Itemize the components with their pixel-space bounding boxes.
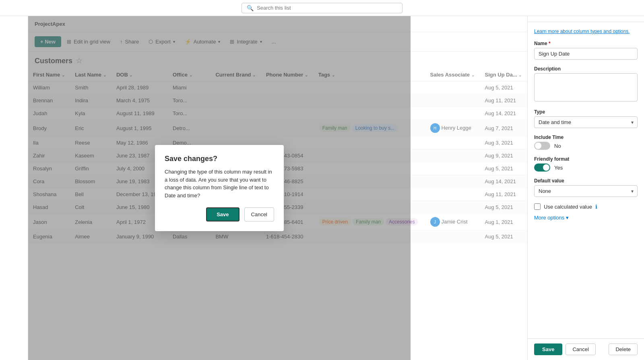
- friendly-format-toggle-row: Yes: [534, 163, 638, 172]
- friendly-format-label: Friendly format: [534, 156, 638, 162]
- cell-7: [425, 81, 480, 94]
- cell-7: [425, 107, 480, 120]
- include-time-knob: [535, 143, 541, 149]
- description-label: Description: [534, 66, 638, 72]
- include-time-label: Include Time: [534, 134, 638, 140]
- cell-7: [425, 137, 480, 149]
- name-label: Name *: [534, 41, 638, 46]
- cell-8: Aug 11, 2021: [480, 94, 527, 107]
- cell-7: [425, 94, 480, 107]
- cell-7: [425, 188, 480, 201]
- friendly-format-group: Friendly format Yes: [534, 156, 638, 172]
- modal-cancel-button[interactable]: Cancel: [244, 207, 274, 221]
- main-content: ProjectApex + New ⊞ Edit in grid view ↑ …: [28, 16, 527, 360]
- cell-8: Aug 5, 2021: [480, 162, 527, 175]
- cell-7: [425, 175, 480, 188]
- cell-8: Aug 14, 2021: [480, 175, 527, 188]
- save-changes-modal: Save changes? Changing the type of this …: [155, 145, 284, 231]
- friendly-format-value: Yes: [554, 165, 563, 171]
- cell-8: Aug 11, 2021: [480, 188, 527, 201]
- type-select[interactable]: Date and time Single line of text Number…: [534, 116, 638, 128]
- search-input[interactable]: [257, 5, 397, 11]
- cell-8: Aug 1, 2021: [480, 214, 527, 230]
- use-calculated-label: Use calculated value: [544, 204, 592, 210]
- right-panel: Edit column ✕ Learn more about column ty…: [527, 0, 644, 360]
- avatar: J: [430, 217, 440, 227]
- modal-save-button[interactable]: Save: [206, 207, 239, 221]
- sidebar: [0, 16, 28, 360]
- friendly-format-toggle[interactable]: [534, 163, 550, 172]
- cell-7: [425, 162, 480, 175]
- modal-title: Save changes?: [165, 155, 274, 163]
- cell-7: [425, 201, 480, 214]
- include-time-value: No: [554, 143, 561, 149]
- cell-8: Aug 5, 2021: [480, 201, 527, 214]
- panel-delete-button[interactable]: Delete: [609, 343, 638, 355]
- friendly-format-knob: [543, 164, 549, 171]
- cell-8: Aug 9, 2021: [480, 149, 527, 162]
- more-options-caret: ▾: [566, 215, 569, 221]
- cell-7: JJamie Crist: [425, 214, 480, 230]
- panel-save-button[interactable]: Save: [534, 343, 562, 355]
- type-select-wrap: Date and time Single line of text Number…: [534, 116, 638, 128]
- description-textarea[interactable]: [534, 73, 638, 101]
- default-value-group: Default value None ▾: [534, 178, 638, 197]
- top-bar: 🔍: [0, 0, 644, 16]
- modal-body: Changing the type of this column may res…: [165, 168, 274, 199]
- col-signup[interactable]: Sign Up Da... ⌄: [480, 68, 527, 81]
- description-field-group: Description: [534, 66, 638, 103]
- use-calculated-checkbox[interactable]: [534, 203, 541, 210]
- more-options-toggle[interactable]: More options ▾: [534, 215, 638, 221]
- panel-cancel-button[interactable]: Cancel: [566, 343, 595, 355]
- use-calculated-row: Use calculated value ℹ: [534, 203, 638, 210]
- name-input[interactable]: [534, 48, 638, 60]
- include-time-toggle[interactable]: [534, 142, 550, 150]
- panel-footer: Save Cancel Delete: [528, 338, 644, 360]
- type-label: Type: [534, 109, 638, 115]
- search-icon: 🔍: [247, 5, 254, 11]
- type-field-group: Type Date and time Single line of text N…: [534, 109, 638, 128]
- cell-7: [425, 149, 480, 162]
- cell-8: Aug 14, 2021: [480, 107, 527, 120]
- include-time-group: Include Time No: [534, 134, 638, 150]
- default-value-select-wrap: None ▾: [534, 185, 638, 197]
- cell-8: Aug 5, 2021: [480, 230, 527, 243]
- modal-actions: Save Cancel: [165, 207, 274, 221]
- cell-8: Aug 3, 2021: [480, 137, 527, 149]
- info-icon[interactable]: ℹ: [595, 204, 597, 210]
- modal-overlay: Save changes? Changing the type of this …: [28, 16, 411, 360]
- name-field-group: Name *: [534, 41, 638, 60]
- panel-body: Learn more about column types and option…: [528, 22, 644, 338]
- default-value-label: Default value: [534, 178, 638, 184]
- name-required: *: [549, 41, 551, 46]
- search-box[interactable]: 🔍: [242, 3, 402, 13]
- avatar: H: [430, 123, 440, 133]
- cell-8: Aug 5, 2021: [480, 81, 527, 94]
- cell-7: HHenry Legge: [425, 120, 480, 137]
- cell-7: [425, 230, 480, 243]
- learn-more-link[interactable]: Learn more about column types and option…: [534, 29, 638, 34]
- col-associate[interactable]: Sales Associate ⌄: [425, 68, 480, 81]
- cell-8: Aug 7, 2021: [480, 120, 527, 137]
- include-time-toggle-row: No: [534, 142, 638, 150]
- default-value-select[interactable]: None: [534, 185, 638, 197]
